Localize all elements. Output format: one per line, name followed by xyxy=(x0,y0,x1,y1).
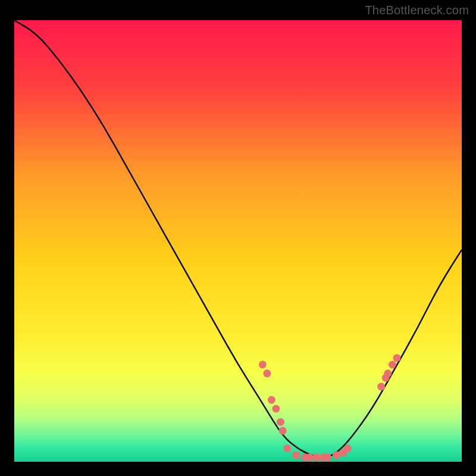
data-point xyxy=(377,383,385,390)
data-point xyxy=(268,396,275,404)
data-point xyxy=(344,444,352,452)
data-point xyxy=(324,453,331,461)
data-point xyxy=(279,427,287,435)
chart-frame xyxy=(14,20,462,462)
data-point xyxy=(272,405,280,412)
data-point xyxy=(384,369,392,377)
data-point xyxy=(389,361,396,368)
data-point xyxy=(306,453,314,461)
data-point xyxy=(259,361,267,368)
data-point xyxy=(292,451,300,459)
data-point xyxy=(393,354,400,362)
gradient-background xyxy=(14,20,462,462)
data-point xyxy=(333,451,340,459)
bottleneck-chart xyxy=(14,20,462,462)
data-point xyxy=(312,453,320,461)
data-point xyxy=(263,369,271,377)
data-point xyxy=(277,418,284,426)
watermark-text: TheBottleneck.com xyxy=(365,4,469,17)
data-point xyxy=(283,444,291,452)
